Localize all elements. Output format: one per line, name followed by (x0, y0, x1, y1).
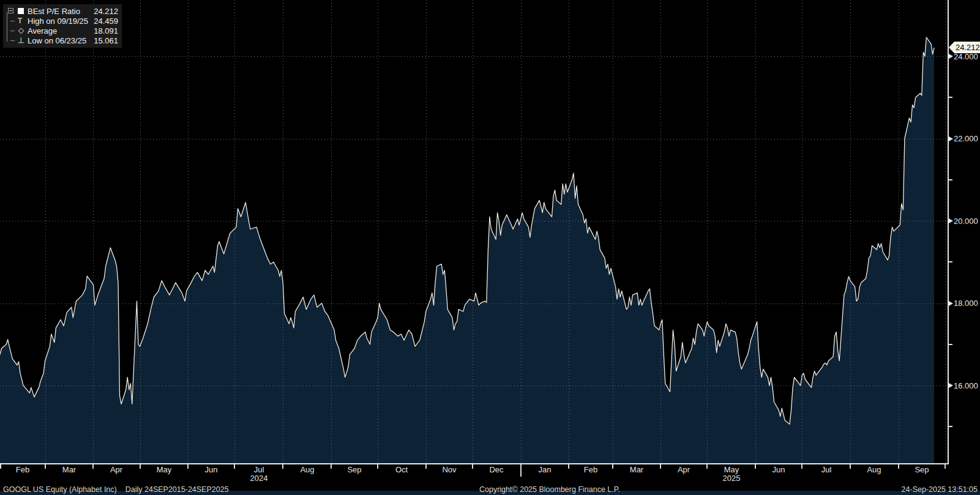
y-axis-label: 22.000 (954, 135, 978, 143)
month-tick (898, 464, 899, 469)
y-tick-arrow-icon (949, 136, 953, 141)
month-label: Mar (630, 466, 643, 474)
month-tick (45, 464, 46, 469)
month-label: Aug (300, 466, 314, 474)
month-tick (425, 464, 427, 469)
month-tick (850, 464, 851, 469)
legend-series-value: 24.212 (90, 7, 118, 16)
month-label: Apr (678, 466, 690, 474)
y-minor-tick (949, 261, 952, 262)
bloomberg-chart-window: 24.00022.00020.00018.00016.000 FebMarApr… (0, 0, 980, 495)
range-label: Daily 24SEP2015-24SEP2025 (125, 485, 229, 494)
legend-series-label: BEst P/E Ratio (28, 7, 90, 16)
month-tick (377, 464, 378, 469)
month-tick (568, 464, 569, 469)
tree-branch (10, 40, 15, 41)
month-tick (520, 464, 522, 477)
month-label: Jul (254, 466, 264, 474)
month-label: Nov (442, 466, 456, 474)
month-tick (282, 464, 283, 469)
month-tick (612, 464, 613, 469)
month-label: Sep (915, 466, 929, 474)
month-label: Apr (110, 466, 122, 474)
month-tick (755, 464, 756, 469)
month-tick (331, 464, 332, 469)
year-label: 2024 (250, 474, 268, 483)
legend-panel[interactable]: BEst P/E Ratio 24.212 T High on 09/19/25… (3, 4, 122, 48)
y-axis-label: 16.000 (954, 382, 978, 390)
month-label: Jun (205, 466, 218, 474)
month-label: Feb (16, 466, 29, 474)
month-label: May (157, 466, 172, 474)
pe-ratio-chart-plot[interactable] (0, 0, 948, 463)
month-label: Aug (867, 466, 881, 474)
pe-ratio-area (0, 37, 934, 463)
legend-high-value: 24.459 (90, 17, 118, 26)
y-axis-label: 18.000 (954, 299, 978, 307)
tree-branch (10, 31, 15, 31)
y-tick-arrow-icon (949, 301, 953, 306)
month-tick (140, 464, 141, 469)
month-tick (801, 464, 802, 469)
average-marker-icon (18, 28, 24, 34)
last-value-badge: 24.212 (949, 42, 980, 53)
y-minor-tick (949, 97, 952, 98)
year-label: 2025 (723, 474, 741, 483)
high-marker-icon: T (18, 17, 22, 24)
month-label: Sep (347, 466, 361, 474)
legend-row-high[interactable]: T High on 09/19/25 24.459 (7, 16, 118, 26)
low-marker-icon: ⊥ (18, 37, 24, 44)
month-tick (944, 464, 946, 469)
y-minor-tick (949, 344, 952, 345)
legend-average-value: 18.091 (90, 26, 118, 35)
legend-row-average[interactable]: Average 18.091 (7, 26, 118, 35)
month-label: Jan (539, 466, 552, 474)
y-axis-line[interactable] (948, 0, 949, 464)
month-label: Jun (772, 466, 785, 474)
footer-timestamp: 24-Sep-2025 13:51:05 (902, 485, 978, 494)
month-tick (234, 464, 235, 469)
legend-high-label: High on 09/19/25 (28, 17, 90, 26)
y-tick-arrow-icon (949, 383, 953, 388)
month-tick (187, 464, 189, 469)
legend-low-label: Low on 06/23/25 (28, 36, 90, 45)
month-tick (660, 464, 661, 469)
instrument-label: GOOGL US Equity (Alphabet Inc) (3, 485, 117, 494)
month-tick (0, 464, 1, 469)
y-axis-label: 24.000 (954, 53, 978, 61)
month-label: Feb (584, 466, 597, 474)
legend-row-low[interactable]: ⊥ Low on 06/23/25 15.061 (7, 35, 118, 45)
month-label: Mar (62, 466, 76, 474)
footer-copyright: Copyright© 2025 Bloomberg Finance L.P. (479, 485, 620, 494)
tree-branch (10, 21, 15, 21)
footer-instrument: GOOGL US Equity (Alphabet Inc)Daily 24SE… (3, 485, 229, 494)
y-axis-label: 20.000 (954, 217, 978, 225)
month-label: Jul (821, 466, 832, 474)
y-minor-tick (949, 426, 952, 427)
legend-row-series[interactable]: BEst P/E Ratio 24.212 (7, 6, 118, 16)
legend-low-value: 15.061 (90, 36, 118, 45)
collapse-icon[interactable] (8, 8, 13, 13)
y-tick-arrow-icon (949, 218, 953, 223)
x-axis-line[interactable] (0, 463, 949, 464)
month-label: Dec (489, 466, 503, 474)
month-label: Oct (395, 466, 408, 474)
y-minor-tick (949, 179, 952, 181)
y-tick-arrow-icon (949, 54, 953, 59)
series-swatch-icon (18, 8, 24, 14)
legend-average-label: Average (28, 26, 90, 35)
month-label: May (724, 466, 739, 474)
month-tick (706, 464, 708, 469)
month-tick (472, 464, 473, 469)
month-tick (92, 464, 94, 469)
